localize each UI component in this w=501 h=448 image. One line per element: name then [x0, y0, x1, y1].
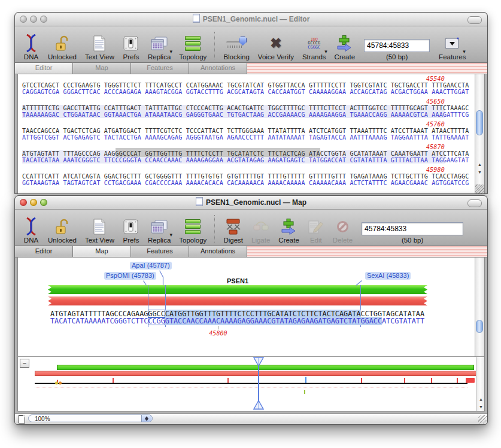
top-strand[interactable]: ATTTTTTCTG GACCTTATTG CCATTTGACT TATTTAT…	[22, 105, 445, 111]
tab-annotations[interactable]: Annotations	[189, 63, 247, 74]
position-number: 45650	[22, 98, 445, 105]
minimize-button[interactable]	[30, 199, 37, 206]
selection-range-field[interactable]	[364, 39, 430, 52]
tab-map[interactable]: Map	[73, 246, 131, 257]
zoom-button[interactable]	[40, 199, 47, 206]
status-bar: 100%	[15, 413, 487, 424]
map-view[interactable]: PSEN1PspOMI (45783)ApaI (45787)SexAI (45…	[17, 257, 485, 358]
close-button[interactable]	[20, 16, 27, 23]
sequence-rows[interactable]: 45540GTCCTCAGCT CCCTGAAGTG TGGGTTCTCT TT…	[22, 75, 475, 193]
selection-length-caption: (50 bp)	[364, 53, 430, 60]
bottom-strand[interactable]: GGTAAAGTAA TAGTAGTCAT CCTGACGAAA CGACCCC…	[22, 180, 445, 186]
bottom-strand[interactable]: CAGGAGTCGA GGGACTTCAC ACCCAAGAGA AAAGTAC…	[22, 89, 445, 95]
toolbar-unlocked[interactable]: Unlocked	[44, 32, 81, 62]
scroll-down-icon[interactable]: ▼	[475, 168, 484, 176]
toolbar-separator	[214, 215, 215, 243]
selected-bases: GGCCCAT GGTTGGTTTG TTTTCTCCTT TGCATATCTC…	[116, 150, 320, 157]
editor-tab-bar: EditorMapFeaturesAnnotations	[15, 63, 487, 74]
scrollbar-thumb[interactable]	[476, 320, 483, 333]
bottom-strand[interactable]: ATTGGTCGGT ACTGAGAGTC TACTACCTGA AAAAGCA…	[22, 134, 445, 141]
selection-range-field[interactable]	[362, 222, 463, 235]
restriction-site-label[interactable]: ApaI (45787)	[130, 262, 172, 270]
restriction-site-label[interactable]: SexAI (45833)	[365, 272, 411, 280]
collapse-button[interactable]: −	[20, 359, 29, 368]
tab-map[interactable]: Map	[73, 63, 131, 74]
toolbar-voice-verify[interactable]: ✖Voice Verify	[254, 32, 298, 62]
zoom-control[interactable]: 100%	[28, 414, 153, 422]
toolbar-prefs[interactable]: Prefs	[119, 32, 144, 62]
toolbar-toggle-button[interactable]	[467, 16, 482, 24]
toolbar-digest[interactable]: Digest	[219, 216, 247, 246]
map-bottom-strand[interactable]: TACATCATAAAAATCGGGTCTTCCCGGGTACCAACCAAAC…	[50, 317, 424, 325]
close-button[interactable]	[20, 199, 27, 206]
top-strand[interactable]: CCATTTCATT ATCATCAGTA GGACTGCTTT GCTGGGG…	[22, 173, 445, 180]
selection-length-caption: (50 bp)	[362, 237, 463, 244]
overview-panel[interactable]: − ▲ ▼	[17, 356, 485, 411]
editor-toolbar: DNAUnlockedText ViewPrefs▾ReplicaTopolog…	[15, 26, 487, 63]
toolbar-replica[interactable]: ▾Replica	[144, 32, 175, 62]
map-vertical-scrollbar[interactable]	[475, 258, 484, 357]
overview-site-tick	[404, 378, 405, 383]
scrollbar-thumb[interactable]	[476, 110, 483, 135]
top-strand[interactable]: ATGTAGTATT TTTAGCCCAG AAGGGCCCAT GGTTGGT…	[22, 150, 445, 157]
resize-grip-icon[interactable]	[478, 415, 487, 423]
scroll-up-icon[interactable]: ▲	[475, 161, 484, 168]
window-controls	[20, 16, 47, 23]
toolbar-strands[interactable]: 100GCCCGCGGGC▾Strands	[298, 32, 330, 62]
toolbar-label: Delete	[333, 237, 353, 244]
tab-annotations[interactable]: Annotations	[189, 246, 247, 257]
toolbar-blocking[interactable]: Blocking	[219, 32, 253, 62]
toolbar-label: Create	[335, 53, 356, 60]
toolbar-text-view[interactable]: Text View	[81, 32, 119, 62]
ruler-position-label: 45800	[209, 330, 227, 337]
top-strand[interactable]: GTCCTCAGCT CCCTGAAGTG TGGGTTCTCT TTTCATG…	[22, 82, 445, 89]
toolbar-delete: Delete	[329, 216, 357, 246]
topology-bars-icon	[184, 217, 201, 236]
toolbar-dna[interactable]: DNA	[19, 32, 44, 62]
editor-titlebar[interactable]: PSEN1_Genomic.nucl — Editor	[15, 13, 487, 26]
toolbar-text-view[interactable]: Text View	[81, 216, 119, 246]
toolbar-features[interactable]: ▾Features	[435, 32, 470, 62]
toolbar-unlocked[interactable]: Unlocked	[44, 216, 81, 246]
scroll-down-icon[interactable]: ▼	[476, 403, 485, 411]
overview-scrollbar[interactable]: ▲ ▼	[476, 357, 484, 411]
dropdown-caret-icon: ▾	[463, 49, 466, 55]
toolbar-toggle-button[interactable]	[467, 199, 482, 207]
delete-prohibited-icon	[334, 217, 351, 236]
top-strand[interactable]: TAACCAGCCA TGACTCTCAG ATGATGGACT TTTTCGT…	[22, 128, 445, 134]
unlocked-padlock-icon	[54, 217, 71, 236]
toolbar-create[interactable]: Create	[330, 32, 360, 62]
toolbar-create[interactable]: Create	[274, 216, 303, 246]
zoom-button[interactable]	[40, 16, 47, 23]
text-document-icon	[91, 217, 108, 236]
tab-features[interactable]: Features	[131, 246, 189, 257]
editor-vertical-scrollbar[interactable]: ▲ ▼	[475, 74, 484, 193]
bottom-strand[interactable]: TAAAAAAGAC CTGGAATAAC GGTAAACTGA ATAAATA…	[22, 111, 445, 118]
tab-editor[interactable]: Editor	[15, 63, 73, 74]
replica-window-icon: ▾	[151, 217, 168, 236]
stepper-icon[interactable]	[141, 415, 152, 422]
map-tab-bar: EditorMapFeaturesAnnotations	[15, 246, 487, 258]
toolbar-ligate: Ligate	[247, 216, 274, 246]
tab-features[interactable]: Features	[131, 63, 189, 74]
bottom-strand[interactable]: TACATCATAA AAATCGGGTC TTCCCGGGTA CCAACCA…	[22, 157, 445, 164]
toolbar-topology[interactable]: Topology	[175, 216, 211, 246]
toolbar-topology[interactable]: Topology	[175, 32, 211, 62]
map-toolbar: DNAUnlockedText ViewPrefs▾ReplicaTopolog…	[15, 210, 487, 246]
toolbar-label: Prefs	[123, 237, 139, 244]
toolbar-dna[interactable]: DNA	[19, 216, 44, 246]
feature-bar-forward[interactable]	[48, 285, 427, 294]
tab-editor[interactable]: Editor	[15, 246, 73, 257]
feature-bar-reverse[interactable]	[48, 296, 427, 305]
restriction-site-label[interactable]: PspOMI (45783)	[104, 272, 156, 280]
scroll-up-icon[interactable]: ▲	[476, 395, 485, 403]
minimize-button[interactable]	[30, 16, 37, 23]
resize-grip-icon[interactable]	[475, 184, 484, 193]
map-titlebar[interactable]: PSEN1_Genomic.nucl — Map	[15, 196, 487, 210]
overview-site-tick	[361, 378, 362, 383]
overview-drawing	[35, 357, 476, 411]
position-number: 45760	[22, 121, 445, 128]
toolbar-replica[interactable]: ▾Replica	[144, 216, 175, 246]
position-number: 45980	[22, 167, 445, 173]
toolbar-prefs[interactable]: Prefs	[119, 216, 144, 246]
